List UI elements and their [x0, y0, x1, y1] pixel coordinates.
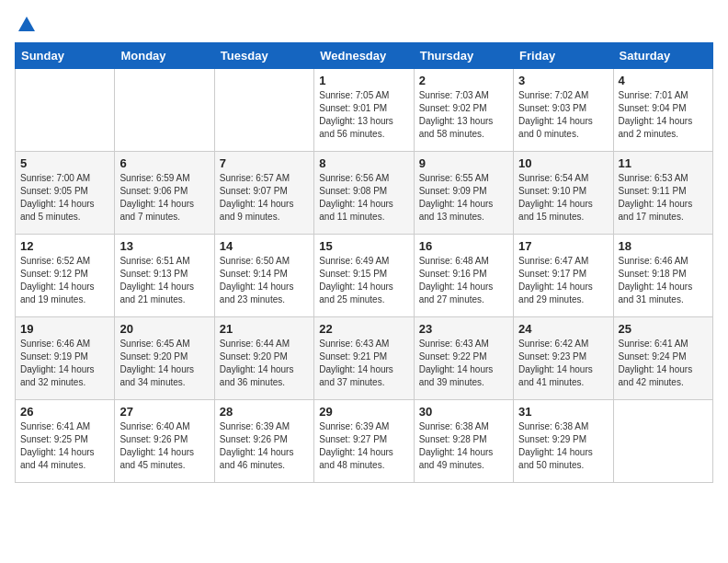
day-info: Sunrise: 6:44 AM Sunset: 9:20 PM Dayligh…: [220, 338, 309, 389]
day-number: 16: [419, 239, 508, 253]
day-number: 17: [518, 239, 608, 253]
day-number: 6: [119, 156, 209, 170]
day-number: 4: [619, 74, 708, 87]
day-number: 1: [319, 74, 408, 87]
day-info: Sunrise: 6:51 AM Sunset: 9:13 PM Dayligh…: [119, 255, 209, 306]
calendar-week-row: 19Sunrise: 6:46 AM Sunset: 9:19 PM Dayli…: [16, 317, 713, 400]
day-number: 19: [20, 322, 109, 336]
calendar-day-cell: 23Sunrise: 6:43 AM Sunset: 9:22 PM Dayli…: [414, 317, 513, 400]
day-info: Sunrise: 6:49 AM Sunset: 9:15 PM Dayligh…: [319, 255, 408, 306]
day-info: Sunrise: 6:39 AM Sunset: 9:26 PM Dayligh…: [220, 420, 309, 472]
calendar-day-cell: [16, 69, 115, 152]
day-number: 2: [419, 74, 508, 87]
day-number: 21: [220, 322, 309, 336]
calendar-day-cell: 17Sunrise: 6:47 AM Sunset: 9:17 PM Dayli…: [514, 235, 613, 317]
day-info: Sunrise: 6:40 AM Sunset: 9:26 PM Dayligh…: [119, 420, 209, 472]
day-info: Sunrise: 6:47 AM Sunset: 9:17 PM Dayligh…: [518, 255, 608, 306]
calendar-day-cell: [115, 69, 214, 152]
day-info: Sunrise: 6:38 AM Sunset: 9:28 PM Dayligh…: [419, 420, 508, 472]
day-number: 8: [319, 156, 408, 170]
day-number: 13: [119, 239, 209, 253]
day-info: Sunrise: 7:02 AM Sunset: 9:03 PM Dayligh…: [518, 89, 608, 141]
logo: [15, 15, 39, 35]
calendar-day-cell: 10Sunrise: 6:54 AM Sunset: 9:10 PM Dayli…: [514, 152, 613, 235]
calendar-table: SundayMondayTuesdayWednesdayThursdayFrid…: [15, 42, 713, 483]
day-number: 14: [220, 239, 309, 253]
calendar-body: 1Sunrise: 7:05 AM Sunset: 9:01 PM Daylig…: [16, 69, 713, 483]
calendar-day-cell: 4Sunrise: 7:01 AM Sunset: 9:04 PM Daylig…: [613, 69, 712, 152]
weekday-header-row: SundayMondayTuesdayWednesdayThursdayFrid…: [16, 43, 713, 69]
day-info: Sunrise: 6:48 AM Sunset: 9:16 PM Dayligh…: [419, 255, 508, 306]
day-number: 27: [119, 405, 209, 419]
calendar-day-cell: 26Sunrise: 6:41 AM Sunset: 9:25 PM Dayli…: [16, 400, 115, 483]
day-info: Sunrise: 6:43 AM Sunset: 9:22 PM Dayligh…: [419, 338, 508, 389]
day-number: 25: [619, 322, 708, 336]
calendar-week-row: 26Sunrise: 6:41 AM Sunset: 9:25 PM Dayli…: [16, 400, 713, 483]
calendar-day-cell: 27Sunrise: 6:40 AM Sunset: 9:26 PM Dayli…: [115, 400, 214, 483]
day-number: 22: [319, 322, 408, 336]
day-number: 7: [220, 156, 309, 170]
day-number: 12: [20, 239, 109, 253]
weekday-header-cell: Wednesday: [314, 43, 414, 69]
calendar-day-cell: 7Sunrise: 6:57 AM Sunset: 9:07 PM Daylig…: [214, 152, 313, 235]
day-info: Sunrise: 6:56 AM Sunset: 9:08 PM Dayligh…: [319, 172, 408, 224]
day-info: Sunrise: 7:01 AM Sunset: 9:04 PM Dayligh…: [619, 89, 708, 141]
day-info: Sunrise: 7:05 AM Sunset: 9:01 PM Dayligh…: [319, 89, 408, 141]
day-info: Sunrise: 6:43 AM Sunset: 9:21 PM Dayligh…: [319, 338, 408, 389]
day-number: 20: [119, 322, 209, 336]
calendar-day-cell: 14Sunrise: 6:50 AM Sunset: 9:14 PM Dayli…: [214, 235, 313, 317]
calendar-day-cell: [613, 400, 712, 483]
day-number: 9: [419, 156, 508, 170]
day-info: Sunrise: 7:00 AM Sunset: 9:05 PM Dayligh…: [20, 172, 109, 224]
day-info: Sunrise: 6:54 AM Sunset: 9:10 PM Dayligh…: [518, 172, 608, 224]
day-number: 5: [20, 156, 109, 170]
calendar-day-cell: 31Sunrise: 6:38 AM Sunset: 9:29 PM Dayli…: [514, 400, 613, 483]
day-number: 30: [419, 405, 508, 419]
day-number: 15: [319, 239, 408, 253]
weekday-header-cell: Saturday: [613, 43, 712, 69]
day-info: Sunrise: 6:55 AM Sunset: 9:09 PM Dayligh…: [419, 172, 508, 224]
page-header: [15, 15, 713, 35]
day-info: Sunrise: 6:57 AM Sunset: 9:07 PM Dayligh…: [220, 172, 309, 224]
day-info: Sunrise: 6:53 AM Sunset: 9:11 PM Dayligh…: [619, 172, 708, 224]
calendar-day-cell: 15Sunrise: 6:49 AM Sunset: 9:15 PM Dayli…: [314, 235, 414, 317]
day-number: 10: [518, 156, 608, 170]
calendar-day-cell: 21Sunrise: 6:44 AM Sunset: 9:20 PM Dayli…: [214, 317, 313, 400]
day-number: 29: [319, 405, 408, 419]
logo-icon: [17, 15, 37, 35]
day-number: 28: [220, 405, 309, 419]
weekday-header-cell: Tuesday: [214, 43, 313, 69]
day-info: Sunrise: 6:50 AM Sunset: 9:14 PM Dayligh…: [220, 255, 309, 306]
day-info: Sunrise: 7:03 AM Sunset: 9:02 PM Dayligh…: [419, 89, 508, 141]
weekday-header-cell: Thursday: [414, 43, 513, 69]
day-number: 24: [518, 322, 608, 336]
calendar-day-cell: 6Sunrise: 6:59 AM Sunset: 9:06 PM Daylig…: [115, 152, 214, 235]
day-info: Sunrise: 6:39 AM Sunset: 9:27 PM Dayligh…: [319, 420, 408, 472]
day-number: 26: [20, 405, 109, 419]
calendar-day-cell: 2Sunrise: 7:03 AM Sunset: 9:02 PM Daylig…: [414, 69, 513, 152]
day-info: Sunrise: 6:59 AM Sunset: 9:06 PM Dayligh…: [119, 172, 209, 224]
calendar-day-cell: 24Sunrise: 6:42 AM Sunset: 9:23 PM Dayli…: [514, 317, 613, 400]
day-number: 11: [619, 156, 708, 170]
day-number: 3: [518, 74, 608, 87]
day-info: Sunrise: 6:52 AM Sunset: 9:12 PM Dayligh…: [20, 255, 109, 306]
calendar-day-cell: 5Sunrise: 7:00 AM Sunset: 9:05 PM Daylig…: [16, 152, 115, 235]
calendar-day-cell: 18Sunrise: 6:46 AM Sunset: 9:18 PM Dayli…: [613, 235, 712, 317]
day-info: Sunrise: 6:45 AM Sunset: 9:20 PM Dayligh…: [119, 338, 209, 389]
day-info: Sunrise: 6:46 AM Sunset: 9:18 PM Dayligh…: [619, 255, 708, 306]
weekday-header-cell: Sunday: [16, 43, 115, 69]
calendar-day-cell: 8Sunrise: 6:56 AM Sunset: 9:08 PM Daylig…: [314, 152, 414, 235]
day-info: Sunrise: 6:42 AM Sunset: 9:23 PM Dayligh…: [518, 338, 608, 389]
calendar-day-cell: 1Sunrise: 7:05 AM Sunset: 9:01 PM Daylig…: [314, 69, 414, 152]
day-number: 18: [619, 239, 708, 253]
calendar-day-cell: 22Sunrise: 6:43 AM Sunset: 9:21 PM Dayli…: [314, 317, 414, 400]
calendar-day-cell: 13Sunrise: 6:51 AM Sunset: 9:13 PM Dayli…: [115, 235, 214, 317]
weekday-header-cell: Monday: [115, 43, 214, 69]
calendar-day-cell: 19Sunrise: 6:46 AM Sunset: 9:19 PM Dayli…: [16, 317, 115, 400]
calendar-day-cell: [214, 69, 313, 152]
day-number: 31: [518, 405, 608, 419]
calendar-day-cell: 3Sunrise: 7:02 AM Sunset: 9:03 PM Daylig…: [514, 69, 613, 152]
day-info: Sunrise: 6:46 AM Sunset: 9:19 PM Dayligh…: [20, 338, 109, 389]
calendar-week-row: 12Sunrise: 6:52 AM Sunset: 9:12 PM Dayli…: [16, 235, 713, 317]
calendar-day-cell: 25Sunrise: 6:41 AM Sunset: 9:24 PM Dayli…: [613, 317, 712, 400]
